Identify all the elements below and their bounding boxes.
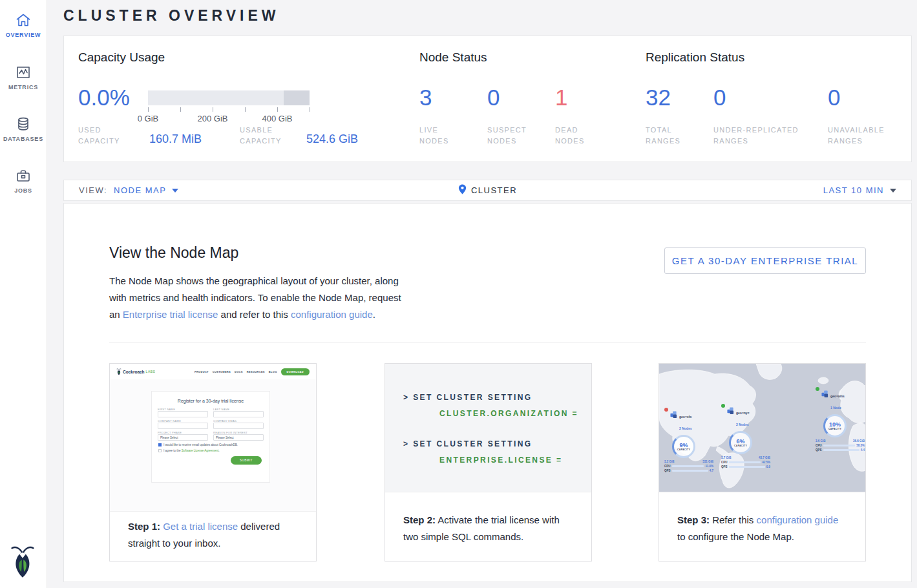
project-phase-select[interactable]: Please Select: [158, 434, 208, 441]
sidebar-item-overview[interactable]: OVERVIEW: [0, 12, 47, 38]
capacity-donut: 10% CAPACITY: [823, 414, 847, 437]
configuration-guide-link[interactable]: configuration guide: [757, 514, 839, 525]
suspect-nodes-count: 0: [487, 85, 500, 110]
last-name-field[interactable]: [213, 411, 264, 417]
node-map-promo-panel: View the Node Map The Node Map shows the…: [63, 203, 912, 582]
nav-docs[interactable]: DOCS: [235, 370, 243, 373]
enterprise-trial-button[interactable]: GET A 30-DAY ENTERPRISE TRIAL: [664, 247, 866, 274]
node-stack-icon: [821, 388, 828, 400]
briefcase-icon: [0, 167, 47, 184]
status-dot-red-icon: [664, 408, 668, 412]
under-replicated-ranges-label: UNDER-REPLICATEDRANGES: [713, 125, 817, 147]
sidebar-item-label: METRICS: [0, 84, 47, 90]
dead-nodes-count: 1: [555, 85, 567, 110]
home-icon: [0, 12, 47, 28]
step-1-caption: Step 1: Get a trial license delivered st…: [110, 512, 316, 552]
chevron-down-icon: [890, 189, 896, 193]
gauge-tick-200: 200 GiB: [190, 114, 235, 123]
usable-capacity-value: 524.6 GiB: [306, 132, 358, 146]
company-email-field[interactable]: [213, 423, 264, 429]
reason-for-interest-select[interactable]: Please Select: [213, 434, 264, 441]
sidebar-item-label: DATABASES: [0, 136, 47, 142]
view-bar: VIEW: NODE MAP CLUSTER LAST 10 MIN: [63, 180, 912, 201]
cluster-summary-panel: Capacity Usage 0.0% 0 GiB 200 GiB 400 Gi…: [63, 36, 912, 162]
company-name-field[interactable]: [158, 423, 208, 429]
dead-nodes-label: DEADNODES: [555, 125, 613, 147]
step-2-card: > SET CLUSTER SETTING CLUSTER.ORGANIZATI…: [385, 363, 592, 562]
capacity-donut: 6% CAPACITY: [729, 431, 752, 454]
chevron-down-icon: [172, 189, 178, 193]
step-3-caption: Step 3: Refer this configuration guide t…: [659, 492, 865, 545]
node-stack-icon: [670, 409, 677, 421]
node-badge-nyc: geo=nyc2 Nodes 6% CAPACITY 3.7 GiB43.7 G…: [721, 405, 770, 468]
cockroach-labs-logo-icon: [10, 545, 36, 582]
gauge-tick-400: 400 GiB: [255, 114, 300, 123]
sidebar: OVERVIEW METRICS DATABASES: [0, 0, 47, 588]
step-2-caption: Step 2: Activate the trial license with …: [385, 492, 591, 545]
get-trial-license-link[interactable]: Get a trial license: [163, 521, 238, 532]
page-title: CLUSTER OVERVIEW: [63, 7, 280, 25]
enterprise-trial-license-link[interactable]: Enterprise trial license: [123, 309, 218, 320]
metrics-icon: [0, 64, 47, 81]
nav-resources[interactable]: RESOURCES: [247, 370, 265, 373]
time-range-dropdown[interactable]: LAST 10 MIN: [823, 185, 896, 195]
divider: [109, 342, 866, 342]
capacity-donut: 9% CAPACITY: [672, 435, 695, 458]
sidebar-item-metrics[interactable]: METRICS: [0, 64, 47, 90]
node-badge-ams: geo=ams1 Node 10% CAPACITY 3.6 GiB36.6 G…: [816, 388, 865, 452]
section-description: The Node Map shows the geographical layo…: [109, 273, 408, 323]
download-button[interactable]: DOWNLOAD: [281, 368, 310, 375]
unavailable-ranges-label: UNAVAILABLERANGES: [828, 125, 899, 147]
section-heading: View the Node Map: [109, 244, 238, 262]
sidebar-item-databases[interactable]: DATABASES: [0, 116, 47, 142]
total-ranges-count: 32: [646, 85, 671, 110]
replication-status-title: Replication Status: [646, 50, 744, 65]
total-ranges-label: TOTALRANGES: [646, 125, 704, 147]
usable-capacity-label: USABLE CAPACITY: [240, 125, 301, 147]
status-dot-green-icon: [816, 387, 819, 391]
suspect-nodes-label: SUSPECTNODES: [487, 125, 545, 147]
trial-registration-form: Register for a 30-day trial license FIRS…: [151, 391, 270, 483]
cockroach-labs-logo: Cockroach LABS: [116, 368, 155, 375]
view-label: VIEW:: [79, 185, 107, 195]
used-capacity-label: USED CAPACITY: [78, 125, 140, 147]
first-name-field[interactable]: [158, 411, 208, 417]
nav-customers[interactable]: CUSTOMERS: [213, 370, 231, 373]
sidebar-item-label: OVERVIEW: [0, 32, 47, 38]
sql-commands-block: > SET CLUSTER SETTING CLUSTER.ORGANIZATI…: [385, 364, 591, 492]
cluster-overview-page: OVERVIEW METRICS DATABASES: [0, 0, 917, 588]
live-nodes-count: 3: [419, 85, 432, 110]
node-badge-sfo: geo=sfo2 Nodes 9% CAPACITY 3.2 GiB531 Gi…: [664, 409, 713, 472]
capacity-used-percent: 0.0%: [78, 85, 130, 110]
capacity-gauge-reserved-segment: [284, 90, 310, 105]
step-3-card: geo=sfo2 Nodes 9% CAPACITY 3.2 GiB531 Gi…: [659, 363, 866, 562]
node-status-title: Node Status: [419, 50, 487, 65]
gauge-tick-0: 0 GiB: [125, 114, 171, 123]
under-replicated-ranges-count: 0: [713, 85, 726, 110]
nav-blog[interactable]: BLOG: [269, 370, 277, 373]
form-title: Register for a 30-day trial license: [152, 399, 269, 403]
capacity-gauge: [148, 90, 310, 105]
email-updates-checkbox[interactable]: [158, 443, 162, 446]
unavailable-ranges-count: 0: [828, 85, 840, 110]
location-pin-icon: [458, 184, 467, 197]
status-dot-green-icon: [721, 404, 725, 408]
trial-registration-thumbnail: Cockroach LABS PRODUCT CUSTOMERS DOCS RE…: [110, 364, 316, 512]
step-1-card: Cockroach LABS PRODUCT CUSTOMERS DOCS RE…: [109, 363, 317, 562]
used-capacity-value: 160.7 MiB: [149, 132, 202, 146]
configuration-guide-link[interactable]: configuration guide: [291, 309, 373, 320]
live-nodes-label: LIVENODES: [419, 125, 478, 147]
node-map-thumbnail: geo=sfo2 Nodes 9% CAPACITY 3.2 GiB531 Gi…: [659, 364, 865, 492]
cluster-breadcrumb: CLUSTER: [471, 185, 517, 195]
license-agreement-checkbox[interactable]: [158, 449, 162, 452]
node-stack-icon: [727, 405, 734, 417]
software-license-agreement-link[interactable]: Software License Agreement: [182, 449, 219, 452]
nav-product[interactable]: PRODUCT: [195, 370, 209, 373]
capacity-usage-title: Capacity Usage: [78, 50, 165, 65]
sidebar-item-jobs[interactable]: JOBS: [0, 167, 47, 194]
view-selector-dropdown[interactable]: NODE MAP: [114, 185, 178, 195]
submit-button[interactable]: SUBMIT: [231, 456, 262, 465]
database-icon: [0, 116, 47, 132]
sidebar-item-label: JOBS: [0, 187, 47, 194]
